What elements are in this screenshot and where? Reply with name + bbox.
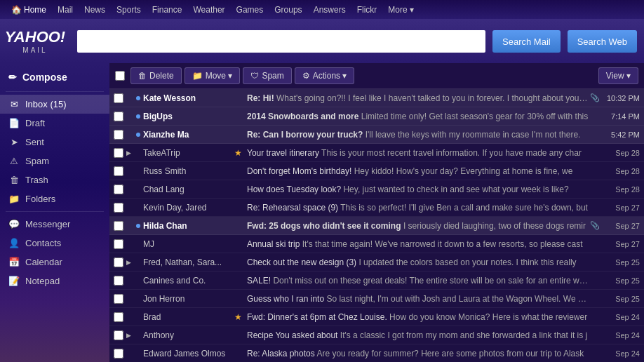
email-row[interactable]: Jon Herron Guess who I ran into So last …	[109, 290, 644, 308]
row-checkbox[interactable]	[114, 257, 123, 267]
email-subject: Don't forget Mom's birthday!	[247, 166, 351, 176]
email-preview: It's a classic I got from my mom and she…	[340, 330, 587, 340]
email-time: 10:32 PM	[601, 94, 640, 102]
email-content: Fwd: 25 dogs who didn't see it coming I …	[247, 221, 589, 231]
email-sender: TakeATrip	[143, 148, 234, 158]
email-content: Fwd: Dinner's at 6pm at Chez Louise. How…	[247, 312, 589, 322]
email-row[interactable]: Xianzhe Ma Re: Can I borrow your truck? …	[109, 126, 644, 144]
sidebar-item-messenger[interactable]: 💬 Messenger	[0, 215, 109, 234]
sidebar-item-spam[interactable]: ⚠ Spam	[0, 152, 109, 170]
email-preview: This is your most recent travel informat…	[321, 148, 582, 158]
row-checkbox[interactable]	[114, 221, 123, 231]
row-checkbox[interactable]	[114, 276, 123, 286]
row-checkbox[interactable]	[114, 312, 123, 322]
sidebar-item-inbox[interactable]: ✉ Inbox (15)	[0, 95, 109, 114]
email-row[interactable]: Kate Wesson Re: Hi! What's going on?!! I…	[109, 89, 644, 107]
nav-home[interactable]: 🏠 Home	[6, 0, 52, 19]
email-sender: Fred, Nathan, Sara...	[143, 257, 234, 267]
email-row[interactable]: Kevin Day, Jared Re: Rehearsal space (9)…	[109, 199, 644, 217]
email-sender: BigUps	[143, 112, 234, 121]
email-row[interactable]: Canines and Co. SALE! Don't miss out on …	[109, 272, 644, 290]
unread-indicator	[136, 96, 140, 100]
sidebar-item-draft[interactable]: 📄 Draft	[0, 114, 109, 133]
row-checkbox[interactable]	[114, 239, 123, 249]
nav-answers[interactable]: Answers	[308, 0, 351, 19]
spam-button[interactable]: 🛡 Spam	[243, 67, 291, 84]
row-checkbox[interactable]	[114, 349, 123, 358]
sidebar-item-notepad[interactable]: 📝 Notepad	[0, 272, 109, 290]
email-row[interactable]: ▶ TakeATrip ★ Your travel itinerary This…	[109, 144, 644, 162]
email-sender: Kate Wesson	[143, 93, 234, 103]
attachment-icon: 📎	[590, 93, 600, 102]
search-mail-button[interactable]: Search Mail	[492, 30, 561, 53]
row-checkbox[interactable]	[114, 93, 123, 103]
folders-icon: 📁	[8, 194, 20, 204]
sidebar-item-folders[interactable]: 📁 Folders	[0, 189, 109, 208]
email-preview: So last night, I'm out with Josh and Lau…	[326, 294, 589, 304]
email-time: Sep 25	[601, 276, 640, 285]
email-sender: Canines and Co.	[143, 276, 234, 286]
sidebar-divider2	[6, 211, 104, 212]
nav-finance[interactable]: Finance	[147, 0, 188, 19]
row-checkbox[interactable]	[114, 130, 123, 140]
email-subject: Annual ski trip	[247, 239, 300, 249]
email-sender: Russ Smith	[143, 166, 234, 176]
calendar-icon: 📅	[8, 257, 20, 267]
sidebar-item-sent[interactable]: ➤ Sent	[0, 133, 109, 152]
nav-sports[interactable]: Sports	[111, 0, 147, 19]
email-row[interactable]: Russ Smith Don't forget Mom's birthday! …	[109, 162, 644, 180]
email-row[interactable]: Brad ★ Fwd: Dinner's at 6pm at Chez Loui…	[109, 308, 644, 326]
header: YAHOO! MAIL Search Mail Search Web	[0, 20, 644, 63]
row-checkbox[interactable]	[114, 185, 123, 194]
nav-groups[interactable]: Groups	[269, 0, 307, 19]
sent-icon: ➤	[8, 137, 20, 147]
sidebar-item-contacts[interactable]: 👤 Contacts	[0, 234, 109, 253]
email-content: SALE! Don't miss out on these great deal…	[247, 276, 589, 286]
row-checkbox[interactable]	[114, 166, 123, 176]
email-area: 🗑 Delete 📁 Move ▾ 🛡 Spam ⚙ Actions ▾ Vie…	[109, 63, 644, 362]
yahoo-logo: YAHOO! MAIL	[7, 29, 63, 54]
email-subject: 2014 Snowboards and more	[247, 112, 358, 121]
email-row[interactable]: Chad Lang How does Tuesday look? Hey, ju…	[109, 180, 644, 199]
nav-games[interactable]: Games	[231, 0, 269, 19]
email-content: Recipe You asked about It's a classic I …	[247, 330, 589, 340]
sidebar-item-trash[interactable]: 🗑 Trash	[0, 170, 109, 189]
nav-flickr[interactable]: Flickr	[351, 0, 383, 19]
star-icon[interactable]: ★	[234, 312, 244, 322]
email-sender: Xianzhe Ma	[143, 130, 234, 140]
sidebar-divider	[6, 91, 104, 92]
search-input[interactable]	[77, 30, 485, 53]
delete-button[interactable]: 🗑 Delete	[130, 67, 182, 84]
move-button[interactable]: 📁 Move ▾	[185, 67, 241, 84]
nav-weather[interactable]: Weather	[187, 0, 230, 19]
nav-mail[interactable]: Mail	[52, 0, 79, 19]
email-row[interactable]: MJ Annual ski trip It's that time again!…	[109, 235, 644, 253]
email-row[interactable]: Hilda Chan Fwd: 25 dogs who didn't see i…	[109, 217, 644, 235]
actions-button[interactable]: ⚙ Actions ▾	[295, 67, 355, 84]
star-icon[interactable]: ★	[234, 148, 244, 158]
email-preview: How do you know Monica? Here is what the…	[389, 312, 587, 322]
select-all-checkbox[interactable]	[115, 71, 125, 81]
search-web-button[interactable]: Search Web	[568, 30, 637, 53]
compose-button[interactable]: ✏ Compose	[0, 66, 109, 88]
email-content: Re: Alaska photos Are you ready for summ…	[247, 349, 589, 358]
row-checkbox[interactable]	[114, 203, 123, 213]
email-row[interactable]: BigUps 2014 Snowboards and more Limited …	[109, 107, 644, 126]
view-button[interactable]: View ▾	[598, 67, 638, 84]
email-row[interactable]: ▶ Anthony Recipe You asked about It's a …	[109, 326, 644, 344]
row-checkbox[interactable]	[114, 148, 123, 158]
row-checkbox[interactable]	[114, 112, 123, 121]
email-time: Sep 27	[601, 240, 640, 248]
email-sender: Chad Lang	[143, 185, 234, 194]
contacts-icon: 👤	[8, 238, 20, 248]
compose-icon: ✏	[8, 72, 17, 83]
row-checkbox[interactable]	[114, 294, 123, 304]
delete-icon: 🗑	[138, 71, 147, 81]
nav-news[interactable]: News	[79, 0, 111, 19]
nav-more[interactable]: More ▾	[382, 0, 420, 19]
sidebar-item-calendar[interactable]: 📅 Calendar	[0, 253, 109, 272]
row-checkbox[interactable]	[114, 330, 123, 340]
email-row[interactable]: ▶ Fred, Nathan, Sara... Check out the ne…	[109, 253, 644, 272]
email-content: Re: Can I borrow your truck? I'll leave …	[247, 130, 589, 140]
email-row[interactable]: Edward James Olmos Re: Alaska photos Are…	[109, 344, 644, 362]
